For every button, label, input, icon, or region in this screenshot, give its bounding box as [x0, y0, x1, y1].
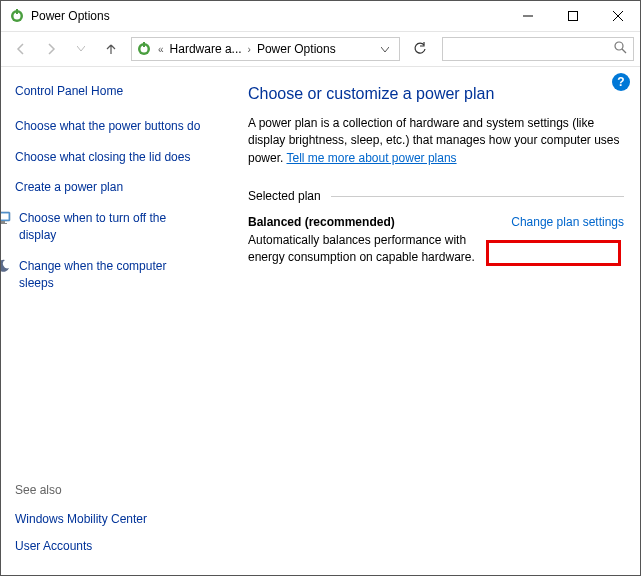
svg-rect-4	[568, 12, 577, 21]
sidebar-item-label[interactable]: Choose what the power buttons do	[15, 118, 200, 135]
monitor-icon	[1, 210, 11, 226]
breadcrumb-parent[interactable]: Hardware a...	[170, 42, 242, 56]
window-title: Power Options	[31, 9, 505, 23]
up-button[interactable]	[97, 35, 125, 63]
close-button[interactable]	[595, 1, 640, 31]
address-dropdown[interactable]	[375, 42, 395, 56]
see-also-label: See also	[15, 483, 204, 497]
moon-icon	[1, 258, 11, 274]
recent-dropdown[interactable]	[67, 35, 95, 63]
page-heading: Choose or customize a power plan	[248, 85, 624, 103]
breadcrumb-prefix: «	[156, 44, 166, 55]
refresh-button[interactable]	[406, 37, 434, 61]
plan-info: Balanced (recommended) Automatically bal…	[248, 215, 499, 266]
sidebar-item-sleep[interactable]: Change when the computer sleeps	[15, 258, 204, 292]
svg-rect-9	[143, 42, 145, 47]
control-panel-home-link[interactable]: Control Panel Home	[15, 83, 204, 100]
plan-description: Automatically balances performance with …	[248, 232, 499, 266]
back-button[interactable]	[7, 35, 35, 63]
svg-rect-13	[1, 214, 9, 220]
page-description: A power plan is a collection of hardware…	[248, 115, 624, 167]
change-plan-settings-link[interactable]: Change plan settings	[511, 215, 624, 229]
sidebar-item-label[interactable]: Choose when to turn off the display	[19, 210, 204, 244]
body: ? Control Panel Home Choose what the pow…	[1, 67, 640, 575]
chevron-right-icon[interactable]: ›	[246, 44, 253, 55]
sidebar-item-label[interactable]: Change when the computer sleeps	[19, 258, 204, 292]
forward-button[interactable]	[37, 35, 65, 63]
section-label: Selected plan	[248, 189, 624, 203]
svg-point-10	[615, 42, 623, 50]
search-input[interactable]	[449, 42, 614, 56]
search-icon[interactable]	[614, 41, 627, 57]
window-buttons	[505, 1, 640, 31]
address-bar[interactable]: « Hardware a... › Power Options	[131, 37, 400, 61]
maximize-button[interactable]	[550, 1, 595, 31]
svg-rect-14	[1, 221, 5, 223]
window: Power Options « Hardware a... › Power Op…	[0, 0, 641, 576]
sidebar-item-create-plan[interactable]: Create a power plan	[15, 179, 204, 196]
main-content: Choose or customize a power plan A power…	[216, 67, 640, 575]
minimize-button[interactable]	[505, 1, 550, 31]
app-icon	[9, 8, 25, 24]
titlebar: Power Options	[1, 1, 640, 31]
mobility-center-link[interactable]: Windows Mobility Center	[15, 511, 204, 528]
svg-rect-15	[1, 223, 7, 224]
navbar: « Hardware a... › Power Options	[1, 31, 640, 67]
sidebar-bottom: See also Windows Mobility Center User Ac…	[15, 483, 204, 563]
user-accounts-link[interactable]: User Accounts	[15, 538, 204, 555]
sidebar-item-lid[interactable]: Choose what closing the lid does	[15, 149, 204, 166]
sidebar-item-turn-off-display[interactable]: Choose when to turn off the display	[15, 210, 204, 244]
plan-row: Balanced (recommended) Automatically bal…	[248, 215, 624, 266]
breadcrumb-current[interactable]: Power Options	[257, 42, 336, 56]
plan-name: Balanced (recommended)	[248, 215, 499, 229]
section-title: Selected plan	[248, 189, 321, 203]
learn-more-link[interactable]: Tell me more about power plans	[286, 151, 456, 165]
sidebar: Control Panel Home Choose what the power…	[1, 67, 216, 575]
sidebar-item-label[interactable]: Choose what closing the lid does	[15, 149, 190, 166]
sidebar-item-power-buttons[interactable]: Choose what the power buttons do	[15, 118, 204, 135]
search-box[interactable]	[442, 37, 634, 61]
sidebar-item-label[interactable]: Create a power plan	[15, 179, 123, 196]
svg-rect-2	[16, 9, 18, 14]
svg-line-11	[622, 49, 626, 53]
divider	[331, 196, 624, 197]
address-icon	[136, 41, 152, 57]
sidebar-list: Choose what the power buttons do Choose …	[15, 118, 204, 292]
